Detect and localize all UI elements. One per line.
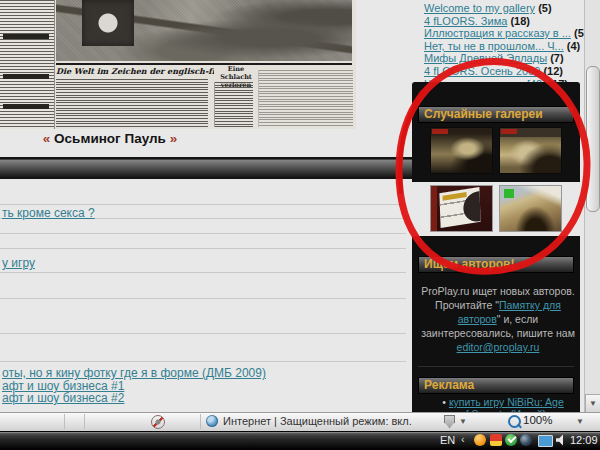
gallery-link[interactable]: Welcome to my gallery (424, 2, 535, 14)
forum-topic-link[interactable]: оты, но я кину фотку где я в форме (ДМБ … (2, 366, 266, 380)
gallery-link[interactable]: 4 fLOORS. Зима (424, 15, 507, 27)
section-header-ads: Реклама (418, 377, 574, 394)
subheadline-line1: Eine Schlacht (220, 65, 252, 81)
newspaper-text-column (258, 70, 353, 127)
bullet-point: • (442, 396, 446, 408)
panel-separator (418, 366, 574, 367)
ad-link-nibiru[interactable]: купить игру NiBiRu: Age (449, 396, 564, 408)
statusbar-separator (64, 414, 65, 429)
statusbar-separator (200, 414, 201, 429)
projection-screen-detail (439, 187, 480, 228)
newspaper-rule (56, 63, 352, 65)
section-header-random-galleries: Случайные галереи (418, 106, 574, 123)
gallery-link-row: Мифы Древней Эллады (7) (424, 52, 592, 65)
newspaper-photo (56, 0, 352, 61)
prev-arrow[interactable]: « (43, 131, 51, 146)
newspaper-left-column (0, 0, 55, 129)
security-zone-text: Интернет | Защищенный режим: вкл. (223, 415, 412, 427)
gallery-thumbnail-presentation-photo[interactable] (431, 186, 492, 231)
tray-app-icon-globe[interactable] (520, 434, 532, 446)
separator (0, 333, 406, 334)
authors-post: " и, если заинтересовались, пишите нам (421, 313, 575, 339)
shield-dropdown-arrow[interactable]: ▼ (459, 417, 467, 426)
network-tray-icon[interactable] (538, 435, 553, 447)
gallery-link-row: Нет, ты не в прошлом... Ч... (4) (424, 40, 592, 53)
gallery-link[interactable]: 4 fLOORS. Осень 2009 (424, 65, 540, 77)
gallery-thumbnail-cs-canyon[interactable] (500, 186, 561, 231)
separator (0, 204, 406, 205)
newspaper-headline: Die Welt im Zeichen der englisch-französ… (56, 66, 214, 76)
blocked-content-icon[interactable] (151, 415, 165, 429)
authors-pre: Прочитайте " (435, 299, 499, 311)
image-caption: « Осьминог Пауль » (10, 131, 210, 146)
content-section-bar (0, 157, 412, 179)
scrollbar-down-button[interactable]: ▼ (585, 394, 600, 413)
language-indicator[interactable]: EN (440, 434, 455, 446)
separator (0, 272, 406, 273)
authors-line1: ProPlay.ru ищет новых авторов. (421, 285, 575, 297)
gallery-link[interactable]: Мифы Древней Эллады (424, 52, 547, 64)
next-arrow[interactable]: » (170, 131, 178, 146)
gallery-thumbnail-cs-indoor-2[interactable] (500, 128, 561, 173)
gallery-link-list: Welcome to my gallery (5) 4 fLOORS. Зима… (424, 2, 592, 90)
taskbar-clock[interactable]: 12:09 (570, 434, 598, 446)
separator (0, 248, 406, 249)
gallery-link-row: 4 fLOORS. Зима (18) (424, 15, 592, 28)
gallery-link-row: Иллюстрация к рассказу в ... (5) (424, 27, 592, 40)
tray-app-icon-downloader[interactable] (490, 434, 502, 446)
newspaper-text-column (214, 82, 253, 127)
newspaper-text-column (56, 79, 208, 127)
separator (0, 361, 406, 362)
newspaper-flag-detail (82, 0, 134, 46)
internet-zone-globe-icon (206, 415, 218, 427)
tray-app-icon-orange[interactable] (474, 434, 486, 446)
gallery-count: (12) (543, 65, 563, 77)
forum-topic-link[interactable]: у игру (2, 256, 35, 270)
section-header-authors: Ищем авторов! (418, 256, 574, 273)
editor-email-link[interactable]: editor@proplay.ru (457, 341, 540, 353)
zoom-dropdown-arrow[interactable]: ▼ (576, 417, 584, 426)
forum-topic-link[interactable]: ть кроме секса ? (2, 206, 95, 220)
gallery-thumbnail-cs-indoor-1[interactable] (431, 128, 492, 173)
zoom-level-text[interactable]: 100% (523, 414, 552, 426)
gallery-count: (4) (567, 40, 580, 52)
gallery-count: (7) (550, 52, 563, 64)
gallery-link-row: 4 fLOORS. Осень 2009 (12) (424, 65, 592, 78)
zoom-magnifier-icon[interactable] (508, 415, 521, 428)
gallery-count: (18) (510, 15, 530, 27)
gallery-link-row: Welcome to my gallery (5) (424, 2, 592, 15)
vertical-scrollbar-thumb[interactable] (586, 66, 600, 212)
authors-recruitment-text: ProPlay.ru ищет новых авторов. Прочитайт… (420, 284, 576, 354)
newspaper-scan-image: Die Welt im Zeichen der englisch-französ… (0, 0, 356, 129)
statusbar-separator (84, 414, 85, 429)
separator (0, 233, 406, 234)
separator (0, 298, 406, 299)
show-hidden-icons-chevron[interactable]: ‹ (461, 433, 465, 445)
gallery-link[interactable]: Иллюстрация к рассказу в ... (424, 27, 571, 39)
gallery-count: (5) (538, 2, 551, 14)
gallery-link[interactable]: Нет, ты не в прошлом... Ч... (424, 40, 564, 52)
forum-topic-link[interactable]: афт и шоу бизнеса #2 (2, 391, 124, 405)
caption-text: Осьминог Пауль (54, 131, 166, 146)
